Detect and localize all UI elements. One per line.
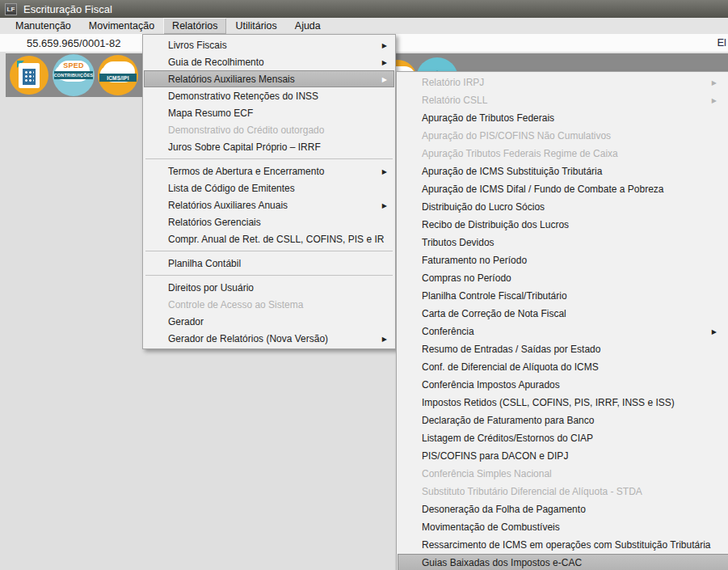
menu-item-label: Distribuição do Lucro Sócios xyxy=(422,201,545,213)
submenu-arrow-icon: ▶ xyxy=(712,79,717,87)
menu-item-label: Termos de Abertura e Encerramento xyxy=(168,166,324,177)
submenu-arrow-icon: ▶ xyxy=(382,75,387,82)
menubar-item-manutencao[interactable]: Manutenção xyxy=(6,18,80,34)
menubar-item-ajuda[interactable]: Ajuda xyxy=(286,18,330,34)
menu-item[interactable]: Conferência▶ xyxy=(398,323,728,340)
menu-item[interactable]: Planilha Contábil xyxy=(144,255,394,272)
app-icon: LF xyxy=(5,3,17,15)
menu-item[interactable]: Lista de Código de Emitentes xyxy=(144,179,394,196)
menu-item-label: Conferência Impostos Apurados xyxy=(422,379,560,391)
menu-item[interactable]: Termos de Abertura e Encerramento▶ xyxy=(144,163,394,179)
truncated-right-text: El xyxy=(717,36,726,49)
menu-item-label: Guia de Recolhimento xyxy=(168,57,264,68)
menu-item[interactable]: Listagem de Créditos/Estornos do CIAP xyxy=(398,429,728,447)
building-shape xyxy=(23,69,36,85)
sped-label: SPED xyxy=(53,61,95,70)
aux-mensais-submenu: Relatório IRPJ▶Relatório CSLL▶Apuração d… xyxy=(396,71,728,570)
menu-item-label: Carta de Correção de Nota Fiscal xyxy=(422,308,566,319)
menu-item-label: Controle de Acesso ao Sistema xyxy=(168,299,303,310)
menu-item[interactable]: Conferência Impostos Apurados xyxy=(398,376,728,394)
menu-item[interactable]: Recibo de Distribuição dos Lucros xyxy=(398,216,728,234)
menu-item-label: Apuração de ICMS Substituição Tributária xyxy=(422,166,602,177)
menu-item-label: Substituto Tributário Diferencial de Alí… xyxy=(422,486,642,497)
menu-item[interactable]: Compras no Período xyxy=(398,269,728,287)
menu-item: Apuração Tributos Federais Regime de Cai… xyxy=(398,145,728,163)
menubar-item-relatorios[interactable]: Relatórios xyxy=(163,18,226,34)
menu-item[interactable]: Apuração de ICMS Substituição Tributária xyxy=(398,163,728,180)
menu-item-label: Recibo de Distribuição dos Lucros xyxy=(422,219,569,230)
window-title: Escrituração Fiscal xyxy=(23,3,112,15)
menu-item[interactable]: Guias Baixadas dos Impostos e-CAC xyxy=(398,554,728,570)
submenu-arrow-icon: ▶ xyxy=(382,167,387,175)
menu-item-label: Planilha Contábil xyxy=(168,258,241,269)
menu-item[interactable]: Mapa Resumo ECF xyxy=(144,104,394,121)
menu-item: Relatório IRPJ▶ xyxy=(398,74,728,91)
menu-item[interactable]: Juros Sobre Capital Próprio – IRRF xyxy=(144,138,394,155)
menu-item-label: Direitos por Usuário xyxy=(168,282,254,293)
menu-item: Demonstrativo do Crédito outorgado xyxy=(144,121,394,138)
menu-item[interactable]: Carta de Correção de Nota Fiscal xyxy=(398,305,728,323)
menu-item-label: Resumo de Entradas / Saídas por Estado xyxy=(422,344,600,355)
submenu-arrow-icon: ▶ xyxy=(382,335,387,342)
menu-item[interactable]: Livros Fiscais▶ xyxy=(144,36,394,53)
submenu-arrow-icon: ▶ xyxy=(712,328,717,336)
menu-item-label: Tributos Devidos xyxy=(422,237,494,248)
menu-item-label: Conf. de Diferencial de Alíquota do ICMS xyxy=(422,361,599,373)
menu-item-label: Ressarcimento de ICMS em operações com S… xyxy=(422,539,711,551)
menubar-item-movimentacao[interactable]: Movimentação xyxy=(80,18,163,34)
menu-item-label: Apuração Tributos Federais Regime de Cai… xyxy=(422,148,618,159)
menu-item-label: Impostos Retidos (CSLL, COFINS, PIS, IRR… xyxy=(422,397,675,408)
menu-item-label: Demonstrativo do Crédito outorgado xyxy=(168,125,324,136)
menu-item[interactable]: Apuração de Tributos Federais xyxy=(398,109,728,127)
menu-item-label: Relatório CSLL xyxy=(422,95,487,106)
menu-separator xyxy=(145,251,393,251)
app-window: LF Escrituração Fiscal Manutenção Movime… xyxy=(0,0,728,570)
menu-item-label: Guias Baixadas dos Impostos e-CAC xyxy=(422,557,582,568)
company-building-icon[interactable] xyxy=(10,56,48,95)
menu-item[interactable]: Ressarcimento de ICMS em operações com S… xyxy=(398,536,728,554)
menu-item[interactable]: Tributos Devidos xyxy=(398,234,728,251)
menu-item[interactable]: Movimentação de Combustíveis xyxy=(398,518,728,536)
menu-item[interactable]: Impostos Retidos (CSLL, COFINS, PIS, IRR… xyxy=(398,394,728,412)
menu-item-label: Apuração de Tributos Federais xyxy=(422,112,554,124)
menu-item[interactable]: Compr. Anual de Ret. de CSLL, COFINS, PI… xyxy=(144,230,394,247)
submenu-arrow-icon: ▶ xyxy=(382,201,387,209)
menu-item[interactable]: Conf. de Diferencial de Alíquota do ICMS xyxy=(398,358,728,376)
menu-item-label: Declaração de Faturamento para Banco xyxy=(422,415,594,426)
menu-item[interactable]: Direitos por Usuário xyxy=(144,279,394,296)
menu-item-label: Desoneração da Folha de Pagamento xyxy=(422,504,586,515)
menu-item[interactable]: Planilha Controle Fiscal/Tributário xyxy=(398,287,728,305)
menu-separator xyxy=(145,275,393,276)
menu-item[interactable]: Faturamento no Período xyxy=(398,251,728,269)
menu-item-label: Gerador de Relatórios (Nova Versão) xyxy=(168,333,328,344)
menu-item-label: Apuração de ICMS Difal / Fundo de Combat… xyxy=(422,184,664,195)
menu-item: Substituto Tributário Diferencial de Alí… xyxy=(398,483,728,500)
menu-item[interactable]: Distribuição do Lucro Sócios xyxy=(398,198,728,216)
menu-item[interactable]: Guia de Recolhimento▶ xyxy=(144,53,394,70)
menu-item-label: Mapa Resumo ECF xyxy=(168,108,253,119)
menu-item-label: Relatório IRPJ xyxy=(422,77,484,88)
relatorios-dropdown-menu: Livros Fiscais▶Guia de Recolhimento▶Rela… xyxy=(142,34,396,349)
menu-item[interactable]: Relatórios Auxiliares Mensais▶ xyxy=(144,70,394,87)
menu-item-label: Relatórios Auxiliares Mensais xyxy=(168,74,295,85)
menu-item[interactable]: Declaração de Faturamento para Banco xyxy=(398,412,728,429)
menu-item[interactable]: Gerador xyxy=(144,313,394,330)
icms-ipi-banner: ICMS/IPI xyxy=(99,74,137,82)
menu-item[interactable]: Demonstrativo Retenções do INSS xyxy=(144,87,394,104)
menu-item[interactable]: Apuração de ICMS Difal / Fundo de Combat… xyxy=(398,180,728,198)
icms-ipi-icon[interactable]: ICMS/IPI xyxy=(98,55,138,95)
menu-item-label: Conferência Simples Nacional xyxy=(422,468,552,479)
menu-item[interactable]: PIS/COFINS para DACON e DIPJ xyxy=(398,447,728,465)
submenu-arrow-icon: ▶ xyxy=(712,97,717,104)
menu-item-label: Compras no Período xyxy=(422,272,511,284)
menu-item[interactable]: Desoneração da Folha de Pagamento xyxy=(398,500,728,518)
menu-item-label: Relatórios Auxiliares Anuais xyxy=(168,200,288,211)
menu-item[interactable]: Resumo de Entradas / Saídas por Estado xyxy=(398,340,728,358)
sped-contribuicoes-icon[interactable]: SPED CONTRIBUIÇÕES xyxy=(53,54,95,96)
menubar-item-utilitarios[interactable]: Utilitários xyxy=(226,18,285,34)
submenu-arrow-icon: ▶ xyxy=(382,58,387,65)
menu-item[interactable]: Relatórios Auxiliares Anuais▶ xyxy=(144,196,394,213)
menu-item[interactable]: Relatórios Gerenciais xyxy=(144,213,394,230)
menu-bar: Manutenção Movimentação Relatórios Utili… xyxy=(0,18,728,34)
menu-item[interactable]: Gerador de Relatórios (Nova Versão)▶ xyxy=(144,330,394,347)
